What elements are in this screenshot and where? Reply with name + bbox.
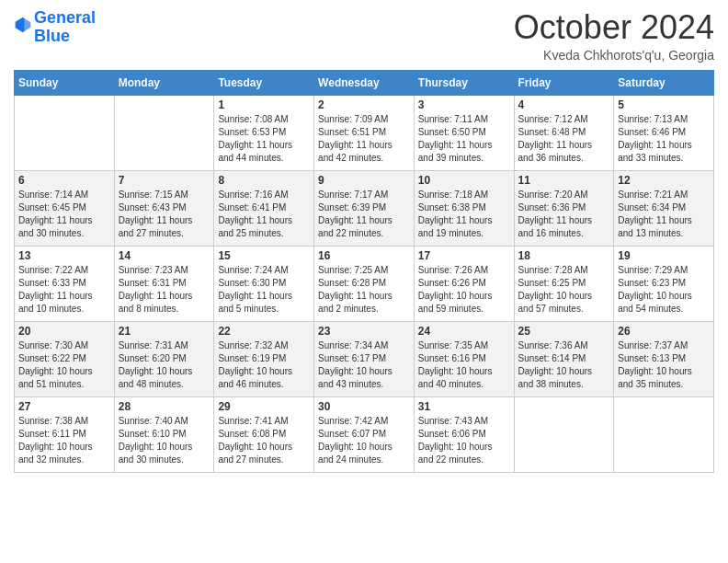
day-info: Sunrise: 7:15 AM Sunset: 6:43 PM Dayligh… <box>119 189 210 240</box>
logo-icon <box>14 16 32 34</box>
day-info: Sunrise: 7:13 AM Sunset: 6:46 PM Dayligh… <box>618 113 710 165</box>
calendar-cell: 31Sunrise: 7:43 AM Sunset: 6:06 PM Dayli… <box>414 396 514 472</box>
calendar-cell: 13Sunrise: 7:22 AM Sunset: 6:33 PM Dayli… <box>15 246 115 321</box>
calendar-cell: 20Sunrise: 7:30 AM Sunset: 6:22 PM Dayli… <box>15 321 115 396</box>
header-monday: Monday <box>114 70 214 95</box>
day-info: Sunrise: 7:08 AM Sunset: 6:53 PM Dayligh… <box>218 113 310 165</box>
day-info: Sunrise: 7:18 AM Sunset: 6:38 PM Dayligh… <box>418 189 510 240</box>
week-row: 1Sunrise: 7:08 AM Sunset: 6:53 PM Daylig… <box>15 95 714 170</box>
calendar-cell: 7Sunrise: 7:15 AM Sunset: 6:43 PM Daylig… <box>114 170 214 246</box>
day-info: Sunrise: 7:12 AM Sunset: 6:48 PM Dayligh… <box>518 113 610 165</box>
header-sunday: Sunday <box>15 70 115 95</box>
title-area: October 2024 Kveda Chkhorots'q'u, Georgi… <box>514 9 714 63</box>
day-info: Sunrise: 7:22 AM Sunset: 6:33 PM Dayligh… <box>18 264 110 316</box>
calendar-cell <box>514 396 614 472</box>
calendar-cell: 21Sunrise: 7:31 AM Sunset: 6:20 PM Dayli… <box>114 321 214 396</box>
day-info: Sunrise: 7:28 AM Sunset: 6:25 PM Dayligh… <box>518 264 610 316</box>
logo-text: GeneralBlue <box>34 9 96 46</box>
week-row: 6Sunrise: 7:14 AM Sunset: 6:45 PM Daylig… <box>15 170 714 246</box>
day-info: Sunrise: 7:35 AM Sunset: 6:16 PM Dayligh… <box>418 339 510 391</box>
calendar-cell: 29Sunrise: 7:41 AM Sunset: 6:08 PM Dayli… <box>214 396 314 472</box>
logo: GeneralBlue <box>14 9 96 46</box>
day-number: 28 <box>119 400 210 413</box>
calendar-cell: 17Sunrise: 7:26 AM Sunset: 6:26 PM Dayli… <box>414 246 514 321</box>
svg-marker-2 <box>16 17 25 32</box>
day-number: 2 <box>318 98 410 111</box>
day-number: 29 <box>218 400 310 413</box>
day-number: 31 <box>418 400 510 413</box>
page-header: GeneralBlue October 2024 Kveda Chkhorots… <box>14 9 714 63</box>
day-number: 20 <box>18 325 110 338</box>
day-number: 3 <box>418 98 510 111</box>
calendar-cell: 30Sunrise: 7:42 AM Sunset: 6:07 PM Dayli… <box>314 396 415 472</box>
day-number: 30 <box>318 400 410 413</box>
calendar-cell: 27Sunrise: 7:38 AM Sunset: 6:11 PM Dayli… <box>15 396 115 472</box>
calendar-cell: 9Sunrise: 7:17 AM Sunset: 6:39 PM Daylig… <box>314 170 415 246</box>
day-info: Sunrise: 7:11 AM Sunset: 6:50 PM Dayligh… <box>418 113 510 165</box>
day-number: 12 <box>618 174 710 187</box>
calendar-cell: 3Sunrise: 7:11 AM Sunset: 6:50 PM Daylig… <box>414 95 514 170</box>
calendar-cell <box>114 95 214 170</box>
day-number: 23 <box>318 325 410 338</box>
calendar-cell: 25Sunrise: 7:36 AM Sunset: 6:14 PM Dayli… <box>514 321 614 396</box>
day-info: Sunrise: 7:24 AM Sunset: 6:30 PM Dayligh… <box>218 264 310 316</box>
day-number: 9 <box>318 174 410 187</box>
week-row: 13Sunrise: 7:22 AM Sunset: 6:33 PM Dayli… <box>15 246 714 321</box>
calendar-cell: 11Sunrise: 7:20 AM Sunset: 6:36 PM Dayli… <box>514 170 614 246</box>
day-info: Sunrise: 7:09 AM Sunset: 6:51 PM Dayligh… <box>318 113 410 165</box>
calendar-cell: 24Sunrise: 7:35 AM Sunset: 6:16 PM Dayli… <box>414 321 514 396</box>
day-info: Sunrise: 7:34 AM Sunset: 6:17 PM Dayligh… <box>318 339 410 391</box>
calendar-table: SundayMondayTuesdayWednesdayThursdayFrid… <box>14 70 714 473</box>
day-info: Sunrise: 7:31 AM Sunset: 6:20 PM Dayligh… <box>119 339 210 391</box>
calendar-cell: 18Sunrise: 7:28 AM Sunset: 6:25 PM Dayli… <box>514 246 614 321</box>
day-number: 25 <box>518 325 610 338</box>
day-number: 17 <box>418 249 510 262</box>
day-info: Sunrise: 7:17 AM Sunset: 6:39 PM Dayligh… <box>318 189 410 240</box>
day-number: 16 <box>318 249 410 262</box>
day-info: Sunrise: 7:14 AM Sunset: 6:45 PM Dayligh… <box>18 189 110 240</box>
day-number: 22 <box>218 325 310 338</box>
header-friday: Friday <box>514 70 614 95</box>
calendar-cell: 23Sunrise: 7:34 AM Sunset: 6:17 PM Dayli… <box>314 321 415 396</box>
header-thursday: Thursday <box>414 70 514 95</box>
week-row: 27Sunrise: 7:38 AM Sunset: 6:11 PM Dayli… <box>15 396 714 472</box>
day-info: Sunrise: 7:38 AM Sunset: 6:11 PM Dayligh… <box>18 415 110 466</box>
day-number: 26 <box>618 325 710 338</box>
day-number: 6 <box>18 174 110 187</box>
header-wednesday: Wednesday <box>314 70 415 95</box>
day-info: Sunrise: 7:16 AM Sunset: 6:41 PM Dayligh… <box>218 189 310 240</box>
day-info: Sunrise: 7:32 AM Sunset: 6:19 PM Dayligh… <box>218 339 310 391</box>
day-number: 10 <box>418 174 510 187</box>
day-info: Sunrise: 7:40 AM Sunset: 6:10 PM Dayligh… <box>119 415 210 466</box>
calendar-cell: 16Sunrise: 7:25 AM Sunset: 6:28 PM Dayli… <box>314 246 415 321</box>
calendar-cell: 12Sunrise: 7:21 AM Sunset: 6:34 PM Dayli… <box>614 170 714 246</box>
calendar-cell: 14Sunrise: 7:23 AM Sunset: 6:31 PM Dayli… <box>114 246 214 321</box>
header-saturday: Saturday <box>614 70 714 95</box>
day-number: 24 <box>418 325 510 338</box>
calendar-cell: 28Sunrise: 7:40 AM Sunset: 6:10 PM Dayli… <box>114 396 214 472</box>
day-info: Sunrise: 7:25 AM Sunset: 6:28 PM Dayligh… <box>318 264 410 316</box>
day-info: Sunrise: 7:36 AM Sunset: 6:14 PM Dayligh… <box>518 339 610 391</box>
location: Kveda Chkhorots'q'u, Georgia <box>514 48 714 63</box>
day-number: 7 <box>119 174 210 187</box>
calendar-cell: 6Sunrise: 7:14 AM Sunset: 6:45 PM Daylig… <box>15 170 115 246</box>
calendar-cell: 2Sunrise: 7:09 AM Sunset: 6:51 PM Daylig… <box>314 95 415 170</box>
calendar-cell: 5Sunrise: 7:13 AM Sunset: 6:46 PM Daylig… <box>614 95 714 170</box>
day-number: 11 <box>518 174 610 187</box>
calendar-cell <box>15 95 115 170</box>
calendar-cell: 10Sunrise: 7:18 AM Sunset: 6:38 PM Dayli… <box>414 170 514 246</box>
day-info: Sunrise: 7:26 AM Sunset: 6:26 PM Dayligh… <box>418 264 510 316</box>
calendar-cell: 8Sunrise: 7:16 AM Sunset: 6:41 PM Daylig… <box>214 170 314 246</box>
day-info: Sunrise: 7:37 AM Sunset: 6:13 PM Dayligh… <box>618 339 710 391</box>
calendar-cell <box>614 396 714 472</box>
day-info: Sunrise: 7:21 AM Sunset: 6:34 PM Dayligh… <box>618 189 710 240</box>
calendar-cell: 1Sunrise: 7:08 AM Sunset: 6:53 PM Daylig… <box>214 95 314 170</box>
calendar-cell: 19Sunrise: 7:29 AM Sunset: 6:23 PM Dayli… <box>614 246 714 321</box>
day-number: 15 <box>218 249 310 262</box>
month-title: October 2024 <box>514 9 714 46</box>
day-info: Sunrise: 7:20 AM Sunset: 6:36 PM Dayligh… <box>518 189 610 240</box>
day-info: Sunrise: 7:23 AM Sunset: 6:31 PM Dayligh… <box>119 264 210 316</box>
day-number: 8 <box>218 174 310 187</box>
calendar-cell: 22Sunrise: 7:32 AM Sunset: 6:19 PM Dayli… <box>214 321 314 396</box>
header-tuesday: Tuesday <box>214 70 314 95</box>
